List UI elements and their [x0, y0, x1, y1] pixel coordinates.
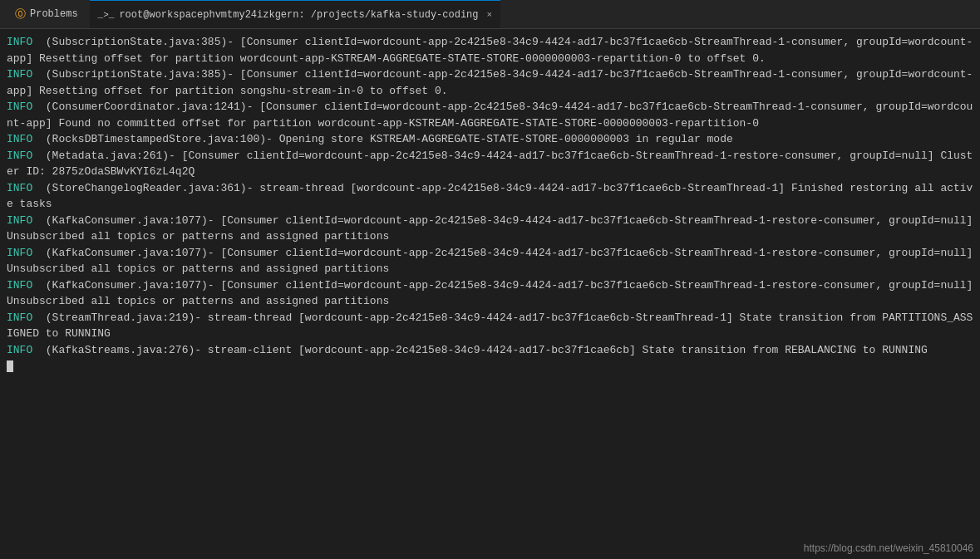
log-line: INFO (StreamThread.java:219)- stream-thr…: [7, 310, 973, 342]
log-line: INFO (StoreChangelogReader.java:361)- st…: [7, 180, 973, 213]
terminal-tab[interactable]: _>_ root@workspacephvmtmy24izkgern: /pro…: [90, 0, 501, 28]
tab-bar: ⓪ Problems _>_ root@workspacephvmtmy24iz…: [0, 0, 980, 29]
terminal-body: INFO (SubscriptionState.java:385)- [Cons…: [0, 29, 980, 559]
log-line: INFO (KafkaConsumer.java:1077)- [Consume…: [7, 277, 973, 310]
log-line: INFO (RocksDBTimestampedStore.java:100)-…: [7, 131, 973, 148]
cursor-block: [7, 360, 13, 372]
terminal-prompt-icon: _>_: [98, 10, 115, 20]
log-line: INFO (ConsumerCoordinator.java:1241)- [C…: [7, 99, 973, 131]
log-line: INFO (SubscriptionState.java:385)- [Cons…: [7, 66, 973, 99]
terminal-cursor-line: [7, 358, 973, 375]
problems-tab[interactable]: ⓪ Problems: [7, 0, 86, 28]
close-icon[interactable]: ×: [487, 10, 493, 20]
log-line: INFO (KafkaStreams.java:276)- stream-cli…: [7, 342, 973, 359]
log-line: INFO (Metadata.java:261)- [Consumer clie…: [7, 148, 973, 180]
warning-icon: ⓪: [15, 7, 26, 22]
log-line: INFO (KafkaConsumer.java:1077)- [Consume…: [7, 213, 973, 245]
log-line: INFO (KafkaConsumer.java:1077)- [Consume…: [7, 245, 973, 277]
watermark: https://blog.csdn.net/weixin_45810046: [804, 542, 973, 554]
problems-tab-label: Problems: [30, 8, 78, 20]
log-line: INFO (SubscriptionState.java:385)- [Cons…: [7, 34, 973, 66]
terminal-tab-label: root@workspacephvmtmy24izkgern: /project…: [119, 9, 478, 21]
